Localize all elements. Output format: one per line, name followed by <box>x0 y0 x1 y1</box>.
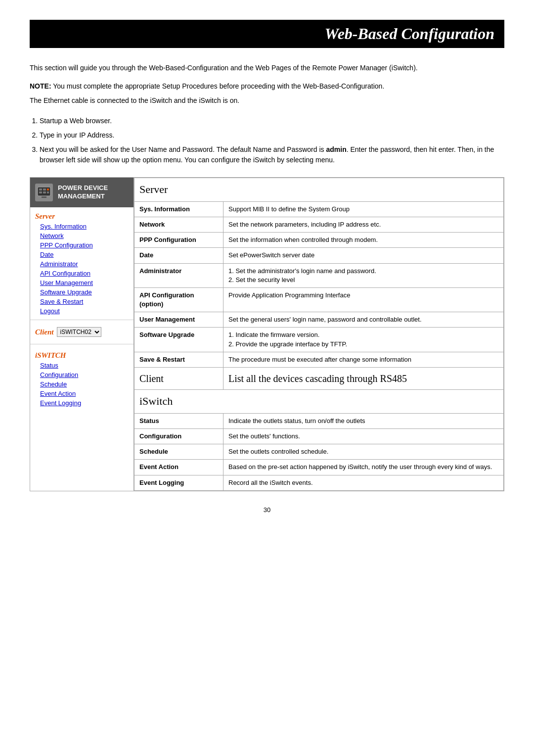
step-3: Next you will be asked for the User Name… <box>40 144 504 165</box>
table-row: Network Set the network parameters, incl… <box>134 217 504 232</box>
status-label: Status <box>134 413 223 428</box>
sidebar-logo-text: POWER DEVICE MANAGEMENT <box>58 184 108 201</box>
client-heading: Client <box>134 368 223 390</box>
status-desc: Indicate the outlets status, turn on/off… <box>223 413 504 428</box>
table-row: Date Set ePowerSwitch server date <box>134 248 504 263</box>
table-row: Save & Restart The procedure must be exe… <box>134 352 504 367</box>
sidebar-iswitch-label: iSWITCH <box>30 348 134 361</box>
sidebar-link-logout[interactable]: Logout <box>30 306 134 316</box>
sidebar-iswitch-section: iSWITCH Status Configuration Schedule Ev… <box>30 346 134 410</box>
sidebar-client-label: Client <box>35 328 54 336</box>
page-header: Web-Based Configuration <box>30 20 504 48</box>
sidebar-link-date[interactable]: Date <box>30 250 134 259</box>
table-row: Administrator 1. Set the administrator's… <box>134 263 504 287</box>
svg-rect-1 <box>39 189 42 190</box>
event-logging-desc: Record all the iSwitch events. <box>223 475 504 490</box>
sidebar-client-row: Client iSWITCH02 <box>30 324 134 340</box>
sys-information-label: Sys. Information <box>134 201 223 217</box>
table-row: Configuration Set the outlets' functions… <box>134 429 504 444</box>
sidebar-link-network[interactable]: Network <box>30 231 134 240</box>
note-text: You must complete the appropriate Setup … <box>51 82 385 90</box>
main-layout: POWER DEVICE MANAGEMENT Server Sys. Info… <box>30 177 504 491</box>
intro-note: NOTE: You must complete the appropriate … <box>30 81 504 92</box>
step-1: Startup a Web browser. <box>40 116 504 126</box>
table-row: User Management Set the general users' l… <box>134 312 504 328</box>
sidebar-link-event-action[interactable]: Event Action <box>30 389 134 398</box>
client-desc: List all the devices cascading through R… <box>223 368 504 390</box>
configuration-desc: Set the outlets' functions. <box>223 429 504 444</box>
event-logging-label: Event Logging <box>134 475 223 490</box>
sidebar-link-status[interactable]: Status <box>30 361 134 370</box>
table-row: Schedule Set the outlets controlled sche… <box>134 444 504 460</box>
sidebar-link-schedule[interactable]: Schedule <box>30 379 134 389</box>
sidebar-link-save-restart[interactable]: Save & Restart <box>30 297 134 306</box>
sidebar-divider-1 <box>30 320 134 320</box>
sidebar-client-section: Client iSWITCH02 <box>30 322 134 342</box>
ppp-desc: Set the information when controlled thro… <box>223 233 504 248</box>
power-device-icon <box>35 184 53 201</box>
client-heading-row: Client List all the devices cascading th… <box>134 368 504 390</box>
svg-rect-7 <box>42 196 46 198</box>
content-area: Server Sys. Information Support MIB II t… <box>134 178 504 491</box>
date-label: Date <box>134 248 223 263</box>
note-label: NOTE: <box>30 82 51 90</box>
svg-rect-4 <box>43 191 46 193</box>
save-restart-desc: The procedure must be executed after cha… <box>223 352 504 367</box>
table-row: Event Logging Record all the iSwitch eve… <box>134 475 504 490</box>
table-row: Sys. Information Support MIB II to defin… <box>134 201 504 217</box>
sidebar-link-ppp-configuration[interactable]: PPP Configuration <box>30 240 134 250</box>
sidebar-link-software-upgrade[interactable]: Software Upgrade <box>30 287 134 297</box>
administrator-desc: 1. Set the administrator's login name an… <box>223 263 504 287</box>
client-dropdown[interactable]: iSWITCH02 <box>57 327 101 337</box>
table-row: Event Action Based on the pre-set action… <box>134 460 504 475</box>
ppp-label: PPP Configuration <box>134 233 223 248</box>
table-row: API Configuration(option) Provide Applic… <box>134 287 504 312</box>
content-table: Server Sys. Information Support MIB II t… <box>134 178 504 491</box>
software-upgrade-label: Software Upgrade <box>134 328 223 352</box>
api-label: API Configuration(option) <box>134 287 223 312</box>
table-row: Status Indicate the outlets status, turn… <box>134 413 504 428</box>
api-desc: Provide Application Programming Interfac… <box>223 287 504 312</box>
steps-list: Startup a Web browser. Type in your IP A… <box>30 116 504 165</box>
sidebar-server-label: Server <box>30 209 134 222</box>
svg-rect-6 <box>47 191 49 193</box>
table-row: PPP Configuration Set the information wh… <box>134 233 504 248</box>
save-restart-label: Save & Restart <box>134 352 223 367</box>
software-upgrade-desc: 1. Indicate the firmware version.2. Prov… <box>223 328 504 352</box>
user-management-desc: Set the general users' login name, passw… <box>223 312 504 328</box>
schedule-desc: Set the outlets controlled schedule. <box>223 444 504 460</box>
svg-rect-2 <box>39 191 42 193</box>
intro-cable: The Ethernet cable is connected to the i… <box>30 95 504 106</box>
page-number: 30 <box>30 506 504 514</box>
svg-rect-3 <box>43 189 46 190</box>
event-action-desc: Based on the pre-set action happened by … <box>223 460 504 475</box>
configuration-label: Configuration <box>134 429 223 444</box>
schedule-label: Schedule <box>134 444 223 460</box>
sidebar-logo: POWER DEVICE MANAGEMENT <box>30 178 134 207</box>
date-desc: Set ePowerSwitch server date <box>223 248 504 263</box>
sidebar-link-event-logging[interactable]: Event Logging <box>30 398 134 408</box>
page-title: Web-Based Configuration <box>40 25 494 43</box>
sidebar-link-configuration[interactable]: Configuration <box>30 370 134 379</box>
sidebar-divider-2 <box>30 344 134 344</box>
svg-rect-5 <box>47 189 49 190</box>
event-action-label: Event Action <box>134 460 223 475</box>
sidebar: POWER DEVICE MANAGEMENT Server Sys. Info… <box>30 178 134 491</box>
user-management-label: User Management <box>134 312 223 328</box>
sys-information-desc: Support MIB II to define the System Grou… <box>223 201 504 217</box>
sidebar-server-section: Server Sys. Information Network PPP Conf… <box>30 207 134 318</box>
network-label: Network <box>134 217 223 232</box>
server-heading: Server <box>134 178 504 202</box>
step-2: Type in your IP Address. <box>40 130 504 141</box>
server-heading-row: Server <box>134 178 504 202</box>
iswitch-heading: iSwitch <box>134 390 504 414</box>
sidebar-link-sys-information[interactable]: Sys. Information <box>30 222 134 231</box>
administrator-label: Administrator <box>134 263 223 287</box>
iswitch-heading-row: iSwitch <box>134 390 504 414</box>
network-desc: Set the network parameters, including IP… <box>223 217 504 232</box>
sidebar-link-user-management[interactable]: User Management <box>30 278 134 287</box>
table-row: Software Upgrade 1. Indicate the firmwar… <box>134 328 504 352</box>
intro-paragraph: This section will guide you through the … <box>30 63 504 73</box>
sidebar-link-administrator[interactable]: Administrator <box>30 259 134 269</box>
sidebar-link-api-configuration[interactable]: API Configuration <box>30 269 134 278</box>
